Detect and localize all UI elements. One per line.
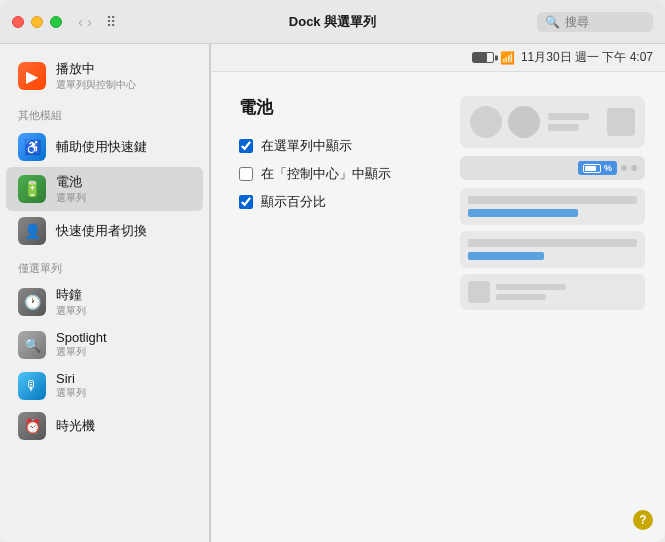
settings-main: 電池 在選單列中顯示 在「控制中心」中顯示 顯示百分比 (211, 72, 665, 542)
sidebar-item-siri-label: Siri (56, 371, 86, 386)
wifi-icon: 📶 (500, 51, 515, 65)
spotlight-icon: 🔍 (18, 331, 46, 359)
mockup-dot-1 (621, 165, 627, 171)
sidebar-item-siri[interactable]: 🎙 Siri 選單列 (6, 365, 203, 406)
fast-user-icon: 👤 (18, 217, 46, 245)
sidebar-item-fast-user-label: 快速使用者切換 (56, 222, 147, 240)
sidebar-item-clock[interactable]: 🕐 時鐘 選單列 (6, 280, 203, 324)
sidebar-item-spotlight-label: Spotlight (56, 330, 107, 345)
search-icon: 🔍 (545, 15, 560, 29)
status-datetime: 11月30日 週一 下午 4:07 (521, 49, 653, 66)
traffic-lights (12, 16, 62, 28)
search-box[interactable]: 🔍 (537, 12, 653, 32)
status-bar: 📶 11月30日 週一 下午 4:07 (211, 44, 665, 72)
checkbox-show-percentage[interactable] (239, 195, 253, 209)
checkbox-show-percentage-label: 顯示百分比 (261, 193, 326, 211)
sidebar-item-timemachine[interactable]: ⏰ 時光機 (6, 406, 203, 446)
sidebar: ▶ 播放中 選單列與控制中心 其他模組 ♿ 輔助使用快速鍵 🔋 電池 選單列 👤 (0, 44, 210, 542)
close-button[interactable] (12, 16, 24, 28)
sidebar-item-spotlight[interactable]: 🔍 Spotlight 選單列 (6, 324, 203, 365)
checkbox-show-menubar[interactable] (239, 139, 253, 153)
maximize-button[interactable] (50, 16, 62, 28)
mockup-sq-icon (468, 281, 490, 303)
mockup-bar-section-1 (460, 188, 645, 225)
sidebar-item-playback-sublabel: 選單列與控制中心 (56, 78, 136, 92)
mockup-bar-section-2 (460, 231, 645, 268)
forward-arrow[interactable]: › (87, 13, 92, 30)
sidebar-item-playback[interactable]: ▶ 播放中 選單列與控制中心 (6, 54, 203, 98)
mockup-line-2 (548, 124, 579, 131)
mockup-battery-pct: % (604, 163, 612, 173)
checkbox-show-control-center-label: 在「控制中心」中顯示 (261, 165, 391, 183)
mockup-battery-indicator: % (578, 161, 617, 175)
grid-icon: ⠿ (106, 14, 116, 30)
sidebar-item-accessibility[interactable]: ♿ 輔助使用快速鍵 (6, 127, 203, 167)
search-input[interactable] (565, 15, 645, 29)
sidebar-item-playback-label: 播放中 (56, 60, 136, 78)
mockup-bottom-text (496, 284, 566, 300)
sidebar-item-clock-sublabel: 選單列 (56, 304, 86, 318)
settings-panel: 電池 在選單列中顯示 在「控制中心」中顯示 顯示百分比 (239, 96, 440, 522)
mockup-dot-2 (631, 165, 637, 171)
mockup-line-1 (548, 113, 589, 120)
preview-mockup: % (460, 96, 645, 522)
battery-fill (473, 53, 487, 62)
back-arrow[interactable]: ‹ (78, 13, 83, 30)
sidebar-item-timemachine-label: 時光機 (56, 417, 95, 435)
mockup-icon-right (607, 108, 635, 136)
status-battery (472, 52, 494, 63)
main-layout: ▶ 播放中 選單列與控制中心 其他模組 ♿ 輔助使用快速鍵 🔋 電池 選單列 👤 (0, 44, 665, 542)
sidebar-item-fast-user[interactable]: 👤 快速使用者切換 (6, 211, 203, 251)
mockup-bottom-item (460, 274, 645, 310)
mockup-bottom-line-1 (496, 284, 566, 290)
checkbox-row-control-center: 在「控制中心」中顯示 (239, 165, 440, 183)
mockup-avatar-1 (470, 106, 502, 138)
sidebar-item-siri-sublabel: 選單列 (56, 386, 86, 400)
accessibility-icon: ♿ (18, 133, 46, 161)
sidebar-item-clock-label: 時鐘 (56, 286, 86, 304)
help-button[interactable]: ? (633, 510, 653, 530)
mockup-bar-accent-2 (468, 252, 544, 260)
sidebar-item-accessibility-label: 輔助使用快速鍵 (56, 138, 147, 156)
checkbox-show-control-center[interactable] (239, 167, 253, 181)
section-label-menubar-only: 僅選單列 (0, 251, 209, 280)
sidebar-item-battery[interactable]: 🔋 電池 選單列 (6, 167, 203, 211)
mockup-bar-full-2 (468, 239, 637, 247)
section-label-other: 其他模組 (0, 98, 209, 127)
battery-icon: 🔋 (18, 175, 46, 203)
nav-arrows: ‹ › (78, 13, 92, 30)
mockup-text-area (548, 113, 599, 131)
mockup-menubar: % (460, 156, 645, 180)
content-area: 📶 11月30日 週一 下午 4:07 電池 在選單列中顯示 在「控制中心」中顯… (211, 44, 665, 542)
clock-icon: 🕐 (18, 288, 46, 316)
timemachine-icon: ⏰ (18, 412, 46, 440)
mockup-avatars (470, 106, 540, 138)
sidebar-item-spotlight-sublabel: 選單列 (56, 345, 107, 359)
section-title: 電池 (239, 96, 440, 119)
mockup-profile (460, 96, 645, 148)
page-title: Dock 與選單列 (289, 13, 376, 31)
sidebar-item-battery-label: 電池 (56, 173, 86, 191)
battery-status-icon (472, 52, 494, 63)
siri-icon: 🎙 (18, 372, 46, 400)
mockup-bar-accent (468, 209, 578, 217)
mockup-battery-bar-fill (585, 166, 596, 171)
mockup-bar-full (468, 196, 637, 204)
mockup-bottom-line-2 (496, 294, 546, 300)
mockup-avatar-2 (508, 106, 540, 138)
minimize-button[interactable] (31, 16, 43, 28)
titlebar: ‹ › ⠿ Dock 與選單列 🔍 (0, 0, 665, 44)
checkbox-row-percentage: 顯示百分比 (239, 193, 440, 211)
mockup-battery-bar (583, 164, 601, 173)
checkbox-row-menubar: 在選單列中顯示 (239, 137, 440, 155)
playback-icon: ▶ (18, 62, 46, 90)
checkbox-show-menubar-label: 在選單列中顯示 (261, 137, 352, 155)
sidebar-item-battery-sublabel: 選單列 (56, 191, 86, 205)
